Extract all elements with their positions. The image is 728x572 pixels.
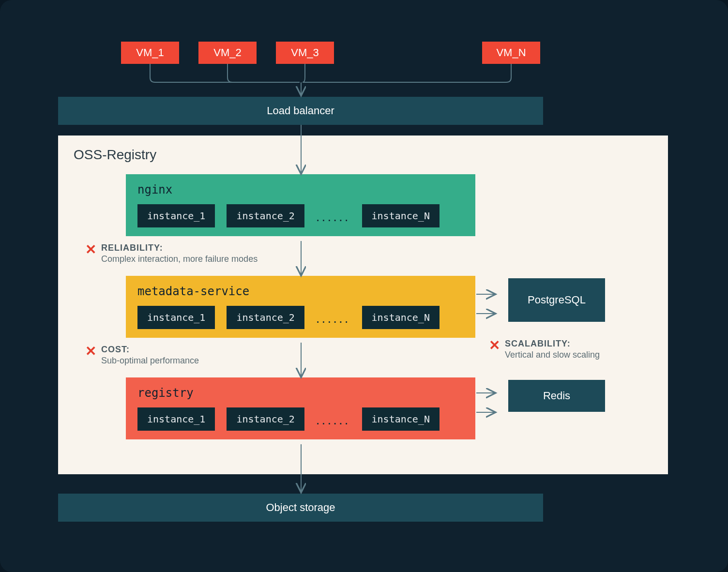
metadata-instance-2: instance_2 [227,306,304,329]
registry-instance-1: instance_1 [137,407,215,431]
metadata-instance-n: instance_N [362,306,440,329]
registry-instance-2: instance_2 [227,407,304,431]
registry-title: registry [137,386,464,400]
ellipsis-icon: ...... [316,209,350,227]
nginx-title: nginx [137,183,464,196]
vm-1-box: VM_1 [121,42,179,64]
cost-label: COST: [101,345,199,355]
x-icon: ✕ [85,345,96,358]
ellipsis-icon: ...... [316,311,350,329]
oss-registry-panel: OSS-Registry nginx instance_1 instance_2… [58,135,668,474]
metadata-title: metadata-service [137,285,464,298]
scalability-text: Vertical and slow scaling [505,349,600,361]
reliability-issue: ✕ RELIABILITY: Complex interaction, more… [85,243,258,265]
vm-3-box: VM_3 [276,42,334,64]
ellipsis-icon: ...... [316,412,350,431]
object-storage-box: Object storage [58,494,543,522]
metadata-instances: instance_1 instance_2 ...... instance_N [137,306,464,329]
registry-instances: instance_1 instance_2 ...... instance_N [137,407,464,431]
nginx-instance-2: instance_2 [227,204,304,227]
nginx-instance-n: instance_N [362,204,440,227]
x-icon: ✕ [489,339,500,352]
redis-box: Redis [508,380,605,412]
cost-text: Sub-optimal performance [101,355,199,366]
vm-n-box: VM_N [482,42,540,64]
reliability-label: RELIABILITY: [101,243,258,253]
nginx-box: nginx instance_1 instance_2 ...... insta… [126,174,475,236]
diagram-canvas: VM_1 VM_2 VM_3 VM_N Load balancer OSS-Re… [0,0,728,572]
postgresql-box: PostgreSQL [508,278,605,322]
metadata-service-box: metadata-service instance_1 instance_2 .… [126,276,475,338]
nginx-instance-1: instance_1 [137,204,215,227]
registry-instance-n: instance_N [362,407,440,431]
scalability-issue: ✕ SCALABILITY: Vertical and slow scaling [489,339,600,361]
metadata-instance-1: instance_1 [137,306,215,329]
scalability-label: SCALABILITY: [505,339,600,349]
oss-registry-title: OSS-Registry [74,147,156,163]
x-icon: ✕ [85,243,96,256]
registry-box: registry instance_1 instance_2 ...... in… [126,377,475,439]
cost-issue: ✕ COST: Sub-optimal performance [85,345,199,366]
reliability-text: Complex interaction, more failure modes [101,253,258,265]
nginx-instances: instance_1 instance_2 ...... instance_N [137,204,464,227]
vm-2-box: VM_2 [198,42,257,64]
load-balancer-box: Load balancer [58,97,543,125]
